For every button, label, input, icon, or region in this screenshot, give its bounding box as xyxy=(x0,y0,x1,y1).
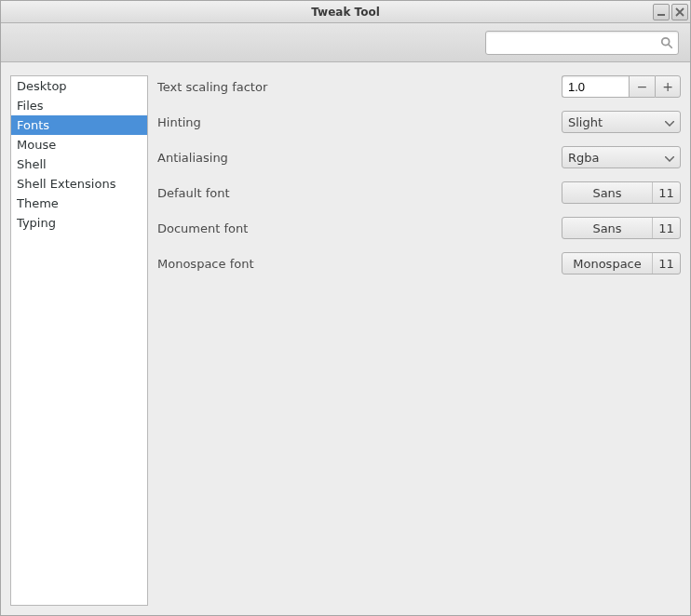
sidebar-item-desktop[interactable]: Desktop xyxy=(11,76,147,96)
text-scaling-input[interactable] xyxy=(562,75,629,98)
sidebar-item-shell[interactable]: Shell xyxy=(11,154,147,174)
toolbar xyxy=(1,23,690,62)
row-hinting: Hinting Slight xyxy=(157,111,681,133)
monospace-font-name: Monospace xyxy=(562,257,652,271)
default-font-button[interactable]: Sans 11 xyxy=(562,181,681,204)
svg-line-2 xyxy=(669,44,672,47)
sidebar-item-label: Theme xyxy=(17,196,59,210)
sidebar-item-label: Fonts xyxy=(17,118,49,132)
minimize-icon xyxy=(657,7,666,17)
label-text-scaling: Text scaling factor xyxy=(157,80,267,94)
close-icon xyxy=(675,7,684,17)
hinting-value: Slight xyxy=(568,115,603,129)
window-title: Tweak Tool xyxy=(1,6,690,19)
sidebar-item-label: Desktop xyxy=(17,79,67,93)
search-icon xyxy=(660,36,673,49)
sidebar-item-mouse[interactable]: Mouse xyxy=(11,135,147,154)
close-button[interactable] xyxy=(671,4,688,20)
sidebar-item-fonts[interactable]: Fonts xyxy=(11,115,147,135)
text-scaling-decrement[interactable]: − xyxy=(629,75,655,98)
hinting-combobox[interactable]: Slight xyxy=(562,111,681,133)
default-font-name: Sans xyxy=(562,186,652,200)
monospace-font-size: 11 xyxy=(652,253,680,274)
document-font-name: Sans xyxy=(562,221,652,235)
monospace-font-button[interactable]: Monospace 11 xyxy=(562,252,681,275)
row-default-font: Default font Sans 11 xyxy=(157,181,681,204)
antialiasing-value: Rgba xyxy=(568,151,600,165)
text-scaling-increment[interactable]: + xyxy=(655,75,681,98)
document-font-size: 11 xyxy=(652,218,680,238)
chevron-down-icon xyxy=(665,151,674,165)
main-body: Desktop Files Fonts Mouse Shell Shell Ex… xyxy=(1,62,690,615)
label-hinting: Hinting xyxy=(157,115,201,129)
antialiasing-combobox[interactable]: Rgba xyxy=(562,146,681,168)
chevron-down-icon xyxy=(665,115,674,129)
sidebar-item-shell-extensions[interactable]: Shell Extensions xyxy=(11,174,147,194)
document-font-button[interactable]: Sans 11 xyxy=(562,217,681,239)
search-input[interactable] xyxy=(485,31,679,55)
default-font-size: 11 xyxy=(652,182,680,203)
svg-rect-0 xyxy=(657,14,665,16)
label-monospace-font: Monospace font xyxy=(157,257,254,271)
titlebar: Tweak Tool xyxy=(1,1,690,23)
row-text-scaling: Text scaling factor − + xyxy=(157,75,681,98)
settings-panel: Text scaling factor − + Hinting Slight xyxy=(157,75,681,606)
row-antialiasing: Antialiasing Rgba xyxy=(157,146,681,168)
text-scaling-spinner: − + xyxy=(562,75,681,98)
sidebar-item-typing[interactable]: Typing xyxy=(11,213,147,233)
row-monospace-font: Monospace font Monospace 11 xyxy=(157,252,681,275)
app-window: Tweak Tool Desktop Files Fonts Mouse She… xyxy=(0,0,691,616)
category-sidebar: Desktop Files Fonts Mouse Shell Shell Ex… xyxy=(10,75,148,606)
minus-icon: − xyxy=(637,79,648,94)
sidebar-item-label: Mouse xyxy=(17,138,56,152)
row-document-font: Document font Sans 11 xyxy=(157,217,681,239)
sidebar-item-label: Typing xyxy=(17,216,56,230)
sidebar-item-files[interactable]: Files xyxy=(11,96,147,115)
label-default-font: Default font xyxy=(157,186,230,200)
plus-icon: + xyxy=(662,79,673,94)
sidebar-item-theme[interactable]: Theme xyxy=(11,194,147,213)
search-field-wrap xyxy=(485,31,679,55)
minimize-button[interactable] xyxy=(653,4,670,20)
label-antialiasing: Antialiasing xyxy=(157,151,228,165)
label-document-font: Document font xyxy=(157,221,248,235)
window-controls xyxy=(651,4,690,20)
sidebar-item-label: Shell xyxy=(17,157,47,171)
sidebar-item-label: Files xyxy=(17,99,44,113)
sidebar-item-label: Shell Extensions xyxy=(17,177,115,191)
